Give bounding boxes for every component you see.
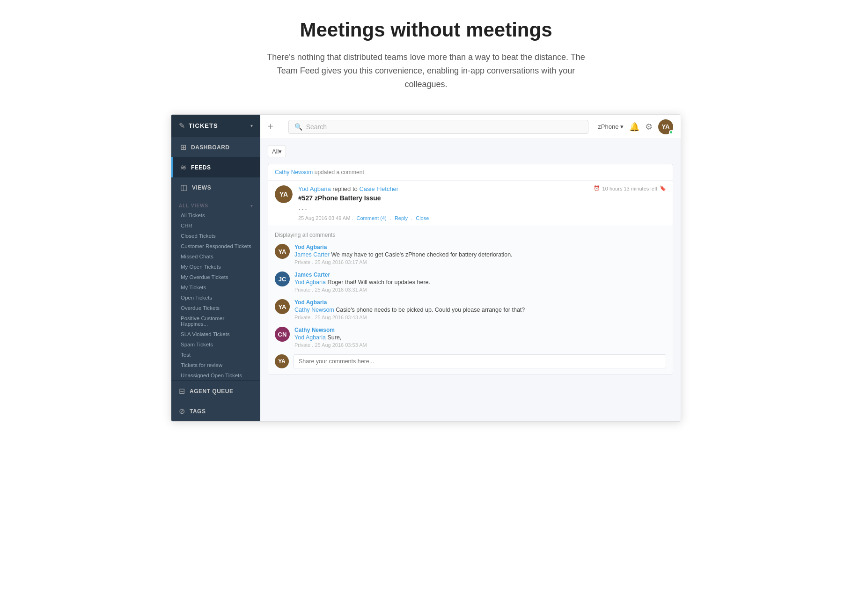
views-icon: ◫ (180, 183, 187, 192)
comments-list: YAYod AgbariaJames Carter We may have to… (275, 244, 666, 348)
ticket-date: 25 Aug 2016 03:49 AM (298, 215, 350, 221)
comment-count-link[interactable]: Comment (4) (357, 215, 387, 221)
yod-avatar: YA (275, 185, 293, 203)
tickets-icon: ✎ (179, 121, 185, 130)
sidebar-list-item[interactable]: Open Tickets (171, 293, 260, 303)
tickets-arrow-icon: ▾ (250, 123, 253, 128)
sidebar-list-item[interactable]: Closed Tickets (171, 231, 260, 241)
hero-subtitle: There's nothing that distributed teams l… (262, 51, 590, 91)
feed-filter-button[interactable]: All ▾ (268, 146, 286, 157)
sidebar-list-item[interactable]: CHR (171, 220, 260, 231)
tags-icon: ⊘ (179, 407, 185, 416)
sidebar-item-tags[interactable]: ⊘ TAGS (171, 401, 260, 421)
sidebar-list-item[interactable]: Overdue Tickets (171, 303, 260, 313)
search-bar[interactable]: 🔍 Search (288, 120, 589, 134)
sidebar-bottom: ⊟ AGENT QUEUE ⊘ TAGS (171, 381, 260, 421)
update-action-text: updated a comment (315, 169, 364, 176)
sidebar-list-item[interactable]: My Open Tickets (171, 262, 260, 272)
feed-filter-label: All (272, 148, 279, 155)
sidebar-list-item[interactable]: My Tickets (171, 282, 260, 293)
reply-link[interactable]: Reply (395, 215, 408, 221)
all-views-label: ALL VIEWS (179, 203, 208, 208)
sidebar-list-item[interactable]: Customer Responded Tickets (171, 241, 260, 251)
views-label: VIEWS (192, 184, 211, 191)
search-icon: 🔍 (294, 123, 302, 131)
feed-area: All ▾ Cathy Newsom updated a comment YA (260, 139, 681, 421)
hero-section: Meetings without meetings There's nothin… (0, 0, 852, 105)
ticket-action-text: replied to (332, 185, 357, 192)
sidebar-list-item[interactable]: Spam Tickets (171, 339, 260, 350)
comment-item: CNCathy NewsomYod Agbaria Sure,Private .… (275, 327, 666, 348)
tickets-label: TICKETS (189, 122, 250, 129)
ticket-subject: #527 zPhone Battery Issue (298, 194, 666, 202)
comment-meta: Private . 25 Aug 2016 03:43 AM (294, 315, 666, 320)
close-link[interactable]: Close (416, 215, 429, 221)
agent-queue-icon: ⊟ (179, 387, 185, 396)
time-left-text: 10 hours 13 minutes left (602, 186, 657, 191)
sidebar-list-item[interactable]: Unassigned Open Tickets (171, 370, 260, 381)
comment-input-field[interactable] (294, 354, 666, 368)
ticket-time: ⏰ 10 hours 13 minutes left 🔖 (594, 185, 666, 191)
ticket-recipient-link[interactable]: Casie Fletcher (359, 185, 398, 192)
comment-item: JCJames CarterYod Agbaria Roger that! Wi… (275, 271, 666, 293)
sidebar-item-agent-queue[interactable]: ⊟ AGENT QUEUE (171, 381, 260, 401)
comment-input-avatar: YA (275, 354, 289, 368)
sidebar: ✎ TICKETS ▾ ⊞ DASHBOARD ≋ FEEDS ◫ VIEWS … (171, 115, 260, 421)
comment-avatar: YA (275, 244, 290, 259)
ticket-body: Yod Agbaria replied to Casie Fletcher ⏰ … (298, 185, 666, 221)
sidebar-list-item[interactable]: Tickets for review (171, 360, 260, 370)
app-container: ✎ TICKETS ▾ ⊞ DASHBOARD ≋ FEEDS ◫ VIEWS … (171, 114, 681, 422)
tags-label: TAGS (190, 408, 206, 415)
comment-body: Yod AgbariaCathy Newsom Casie's phone ne… (294, 299, 666, 320)
sidebar-list-item[interactable]: Missed Chats (171, 251, 260, 262)
topbar-right: zPhone ▾ 🔔 ⚙ YA (598, 119, 673, 134)
sidebar-list-item[interactable]: All Tickets (171, 210, 260, 220)
settings-gear-icon[interactable]: ⚙ (645, 122, 653, 132)
user-avatar[interactable]: YA (658, 119, 673, 134)
views-toggle-icon[interactable]: ▾ (250, 203, 253, 208)
comment-meta: Private . 25 Aug 2016 03:17 AM (294, 259, 666, 265)
sidebar-list-item[interactable]: SLA Violated Tickets (171, 329, 260, 339)
comment-author: James Carter (294, 271, 666, 278)
comment-body: James CarterYod Agbaria Roger that! Will… (294, 271, 666, 293)
sidebar-item-views[interactable]: ◫ VIEWS (171, 177, 260, 198)
comment-mention: Cathy Newsom (294, 307, 336, 313)
ticket-names: Yod Agbaria replied to Casie Fletcher (298, 185, 398, 192)
sidebar-item-dashboard[interactable]: ⊞ DASHBOARD (171, 137, 260, 157)
ticket-author-link[interactable]: Yod Agbaria (298, 185, 331, 192)
comment-item: YAYod AgbariaJames Carter We may have to… (275, 244, 666, 265)
online-status-dot (669, 130, 673, 134)
comments-title: Displaying all comments (275, 232, 666, 238)
clock-icon: ⏰ (594, 185, 600, 191)
ticket-ellipsis: ... (298, 203, 666, 213)
add-button[interactable]: + (268, 121, 273, 132)
sidebar-item-feeds[interactable]: ≋ FEEDS (171, 157, 260, 177)
sidebar-tickets-header[interactable]: ✎ TICKETS ▾ (171, 115, 260, 137)
updater-name-link[interactable]: Cathy Newsom (275, 169, 313, 176)
comment-author: Yod Agbaria (294, 244, 666, 250)
notifications-bell-icon[interactable]: 🔔 (629, 122, 639, 132)
workspace-arrow-icon: ▾ (620, 123, 624, 130)
comment-mention: Yod Agbaria (294, 334, 327, 341)
sidebar-list-item[interactable]: Positive Customer Happines... (171, 313, 260, 329)
main-content: + 🔍 Search zPhone ▾ 🔔 ⚙ YA (260, 115, 681, 421)
workspace-selector[interactable]: zPhone ▾ (598, 123, 624, 130)
feed-filter-arrow-icon: ▾ (279, 148, 282, 155)
comment-mention: Yod Agbaria (294, 279, 327, 286)
hero-title: Meetings without meetings (9, 19, 843, 41)
ticket-meta: 25 Aug 2016 03:49 AM . Comment (4) . Rep… (298, 215, 666, 221)
comment-input-row: YA (275, 354, 666, 368)
comment-avatar: YA (275, 299, 290, 314)
ticket-author-avatar: YA (275, 185, 293, 203)
workspace-name: zPhone (598, 123, 618, 130)
search-placeholder: Search (306, 123, 327, 131)
comment-avatar: JC (275, 271, 290, 286)
sidebar-views-list: All TicketsCHRClosed TicketsCustomer Res… (171, 210, 260, 381)
feed-card-header: Cathy Newsom updated a comment (268, 164, 673, 180)
comment-avatar: CN (275, 327, 290, 342)
comment-meta: Private . 25 Aug 2016 03:53 AM (294, 342, 666, 348)
sidebar-list-item[interactable]: Test (171, 350, 260, 360)
dashboard-icon: ⊞ (180, 143, 186, 152)
feed-card: Cathy Newsom updated a comment YA Yod Ag… (268, 164, 673, 374)
sidebar-list-item[interactable]: My Overdue Tickets (171, 272, 260, 282)
